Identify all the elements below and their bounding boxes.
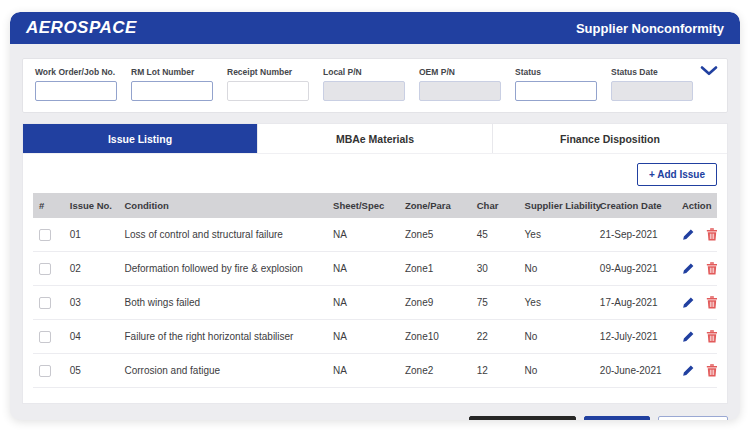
save-as-draft-button[interactable]: SAVE AS DRAFT [469,416,576,420]
zone-para-cell: Zone5 [399,218,471,252]
char-cell: 75 [471,286,519,320]
oem-pn-input [419,81,501,101]
filter-field-status-date: Status Date [611,67,693,101]
delete-trash-icon[interactable] [706,296,717,309]
content-panel: Issue Listing MBAe Materials Finance Dis… [22,123,728,404]
status-date-input [611,81,693,101]
edit-pencil-icon[interactable] [682,262,695,275]
condition-cell: Corrosion and fatigue [118,354,327,388]
status-input[interactable] [515,81,597,101]
rm-lot-input[interactable] [131,81,213,101]
issue-no-cell: 05 [64,354,119,388]
row-checkbox[interactable] [39,331,51,343]
filter-panel: Work Order/Job No. RM Lot Number Receipt… [22,58,728,113]
cancel-button[interactable]: CANCEL [658,416,728,420]
footer-actions: SAVE AS DRAFT SUBMIT CANCEL [22,416,728,420]
filter-field-work-order: Work Order/Job No. [35,67,117,101]
col-header-supplier-liability: Supplier Liability [519,193,594,218]
row-checkbox[interactable] [39,365,51,377]
sheet-spec-cell: NA [327,320,399,354]
work-order-label: Work Order/Job No. [35,67,117,77]
col-header-condition: Condition [118,193,327,218]
sheet-spec-cell: NA [327,218,399,252]
tab-finance-disposition[interactable]: Finance Disposition [493,124,727,153]
issue-no-cell: 01 [64,218,119,252]
col-header-issue-no: Issue No. [64,193,119,218]
supplier-liability-cell: Yes [519,286,594,320]
creation-date-cell: 17-Aug-2021 [594,286,676,320]
row-checkbox[interactable] [39,263,51,275]
delete-trash-icon[interactable] [706,330,717,343]
local-pn-label: Local P/N [323,67,405,77]
issue-no-cell: 03 [64,286,119,320]
delete-trash-icon[interactable] [706,262,717,275]
filter-field-status: Status [515,67,597,101]
condition-cell: Both wings failed [118,286,327,320]
delete-trash-icon[interactable] [706,364,717,377]
supplier-liability-cell: No [519,320,594,354]
table-row: 03 Both wings failed NA Zone9 75 Yes 17-… [33,286,717,320]
col-header-action: Action [676,193,717,218]
row-actions [682,330,711,343]
edit-pencil-icon[interactable] [682,228,695,241]
row-actions [682,262,711,275]
char-cell: 45 [471,218,519,252]
app-header: AEROSPACE Supplier Nonconformity [10,12,740,44]
status-label: Status [515,67,597,77]
receipt-number-input[interactable] [227,81,309,101]
condition-cell: Loss of control and structural failure [118,218,327,252]
creation-date-cell: 12-July-2021 [594,320,676,354]
page-title: Supplier Nonconformity [576,21,724,36]
col-header-creation-date: Creation Date [594,193,676,218]
creation-date-cell: 20-June-2021 [594,354,676,388]
tab-issue-listing[interactable]: Issue Listing [23,124,258,153]
table-row: 01 Loss of control and structural failur… [33,218,717,252]
edit-pencil-icon[interactable] [682,296,695,309]
table-header-row: # Issue No. Condition Sheet/Spec Zone/Pa… [33,193,717,218]
col-header-sheet-spec: Sheet/Spec [327,193,399,218]
col-header-char: Char [471,193,519,218]
supplier-liability-cell: No [519,252,594,286]
table-row: 04 Failure of the right horizontal stabi… [33,320,717,354]
issue-no-cell: 04 [64,320,119,354]
status-date-label: Status Date [611,67,693,77]
supplier-liability-cell: No [519,354,594,388]
sheet-spec-cell: NA [327,252,399,286]
edit-pencil-icon[interactable] [682,330,695,343]
tab-bar: Issue Listing MBAe Materials Finance Dis… [23,124,727,154]
oem-pn-label: OEM P/N [419,67,501,77]
creation-date-cell: 21-Sep-2021 [594,218,676,252]
receipt-number-label: Receipt Number [227,67,309,77]
tab-mbae-materials[interactable]: MBAe Materials [258,124,493,153]
zone-para-cell: Zone9 [399,286,471,320]
issue-no-cell: 02 [64,252,119,286]
table-row: 02 Deformation followed by fire & explos… [33,252,717,286]
table-body: 01 Loss of control and structural failur… [33,218,717,388]
row-actions [682,296,711,309]
add-issue-button[interactable]: + Add Issue [637,163,717,186]
char-cell: 12 [471,354,519,388]
filter-field-receipt-number: Receipt Number [227,67,309,101]
filter-field-oem-pn: OEM P/N [419,67,501,101]
brand-logo: AEROSPACE [26,18,137,38]
chevron-down-icon[interactable] [700,66,718,76]
char-cell: 30 [471,252,519,286]
submit-button[interactable]: SUBMIT [584,416,650,420]
app-window: AEROSPACE Supplier Nonconformity Work Or… [10,12,740,420]
row-checkbox[interactable] [39,297,51,309]
col-header-check: # [33,193,64,218]
row-checkbox[interactable] [39,229,51,241]
zone-para-cell: Zone2 [399,354,471,388]
edit-pencil-icon[interactable] [682,364,695,377]
filter-field-rm-lot: RM Lot Number [131,67,213,101]
condition-cell: Failure of the right horizontal stabilis… [118,320,327,354]
delete-trash-icon[interactable] [706,228,717,241]
zone-para-cell: Zone1 [399,252,471,286]
creation-date-cell: 09-Aug-2021 [594,252,676,286]
row-actions [682,228,711,241]
work-order-input[interactable] [35,81,117,101]
local-pn-input [323,81,405,101]
char-cell: 22 [471,320,519,354]
table-toolbar: + Add Issue [23,154,727,193]
sheet-spec-cell: NA [327,286,399,320]
